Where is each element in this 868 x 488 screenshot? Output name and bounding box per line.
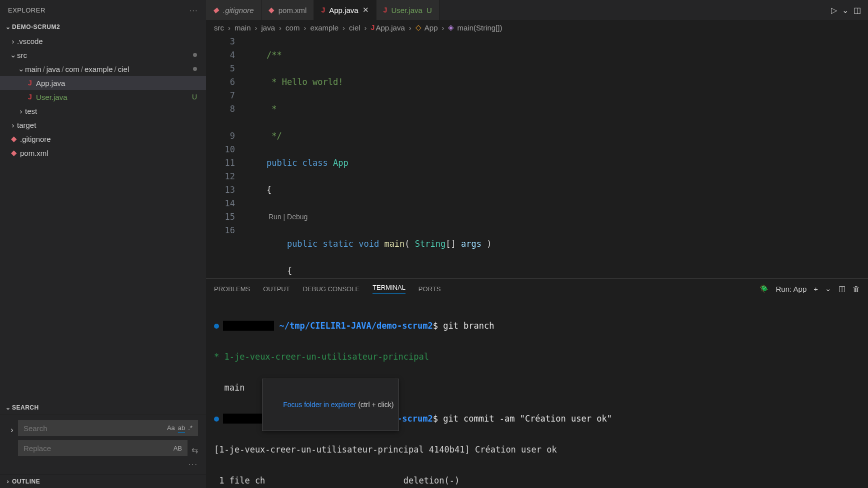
chevron-down-icon: ⌄: [4, 404, 12, 411]
split-editor-icon[interactable]: ◫: [854, 5, 861, 15]
split-terminal-icon[interactable]: ◫: [838, 284, 846, 293]
git-untracked-badge: U: [192, 93, 197, 101]
replace-input-wrap: AB: [18, 440, 188, 456]
code-editor[interactable]: 3 4 5 6 7 8 9 10 11 12 13 14 15 16 /** *…: [206, 35, 868, 278]
run-task-label[interactable]: Run: App: [776, 285, 807, 293]
git-untracked-badge: U: [426, 6, 432, 14]
project-name: DEMO-SCRUM2: [12, 23, 60, 30]
tree-file-pom[interactable]: ◆ pom.xml: [0, 146, 206, 160]
code-content[interactable]: /** * Hello world! * */ public class App…: [246, 35, 868, 278]
chevron-right-icon[interactable]: ›: [8, 426, 16, 435]
chevron-down-icon: ⌄: [17, 64, 25, 73]
close-icon[interactable]: ✕: [362, 5, 369, 14]
run-icon[interactable]: ▷: [831, 5, 837, 15]
replace-all-icon[interactable]: ⇆: [192, 446, 198, 455]
tab-app[interactable]: J App.java ✕: [314, 0, 376, 20]
gutter: 3 4 5 6 7 8 9 10 11 12 13 14 15 16: [206, 35, 246, 278]
tooltip: Focus folder in explorer (ctrl + click): [262, 379, 399, 431]
debug-icon[interactable]: 🪲: [760, 284, 769, 293]
sidebar: EXPLORER ··· ⌄ DEMO-SCRUM2 › .vscode ⌄ s…: [0, 0, 206, 488]
compact-path: main/java/com/example/ciel: [25, 65, 193, 73]
search-title: SEARCH: [12, 404, 39, 411]
main-area: ◆ .gitignore ◆ pom.xml J App.java ✕ J Us…: [206, 0, 868, 488]
codelens-run-debug[interactable]: Run | Debug: [246, 210, 868, 224]
java-file-icon: J: [25, 93, 35, 101]
panel-tab-output[interactable]: OUTPUT: [263, 285, 290, 293]
chevron-right-icon: ›: [4, 478, 12, 485]
explorer-title: EXPLORER: [8, 6, 46, 14]
chevron-down-icon: ⌄: [9, 50, 17, 59]
gitignore-file-icon: ◆: [213, 5, 219, 14]
tree-file-user[interactable]: J User.java U: [0, 90, 206, 104]
outline-section[interactable]: › OUTLINE: [0, 474, 206, 488]
tab-user[interactable]: J User.java U: [376, 0, 440, 20]
bottom-panel: PROBLEMS OUTPUT DEBUG CONSOLE TERMINAL P…: [206, 278, 868, 488]
whole-word-toggle[interactable]: ab: [178, 424, 185, 433]
panel-tabs: PROBLEMS OUTPUT DEBUG CONSOLE TERMINAL P…: [206, 279, 868, 299]
panel-tab-problems[interactable]: PROBLEMS: [214, 285, 250, 293]
tree-folder-vscode[interactable]: › .vscode: [0, 34, 206, 48]
tree-folder-main-path[interactable]: ⌄ main/java/com/example/ciel: [0, 62, 206, 76]
tree-folder-src[interactable]: ⌄ src: [0, 48, 206, 62]
terminal-dropdown-icon[interactable]: ⌄: [825, 284, 832, 293]
java-file-icon: J: [321, 6, 325, 14]
trash-icon[interactable]: 🗑: [852, 285, 860, 293]
explorer-header: EXPLORER ···: [0, 0, 206, 20]
panel-tab-terminal[interactable]: TERMINAL: [372, 284, 406, 294]
maven-file-icon: ◆: [268, 5, 274, 14]
tree-file-gitignore[interactable]: ◆ .gitignore: [0, 132, 206, 146]
java-file-icon: J: [384, 6, 388, 14]
tree-file-app[interactable]: J App.java: [0, 76, 206, 90]
search-input-wrap: Aa ab .*: [18, 420, 198, 436]
method-symbol-icon: ◈: [448, 23, 454, 32]
more-icon[interactable]: ···: [190, 6, 198, 14]
panel-tab-ports[interactable]: PORTS: [418, 285, 441, 293]
panel-actions: 🪲 Run: App + ⌄ ◫ 🗑: [760, 284, 860, 293]
run-dropdown-icon[interactable]: ⌄: [842, 5, 848, 15]
file-tree: › .vscode ⌄ src ⌄ main/java/com/example/…: [0, 34, 206, 401]
project-section[interactable]: ⌄ DEMO-SCRUM2: [0, 20, 206, 34]
java-file-icon: J: [371, 23, 375, 31]
search-more-icon[interactable]: ···: [8, 460, 198, 469]
prompt-dot-icon: [214, 324, 219, 329]
tab-actions: ▷ ⌄ ◫: [824, 0, 868, 20]
breadcrumbs[interactable]: src› main› java› com› example› ciel› J A…: [206, 20, 868, 35]
tab-gitignore[interactable]: ◆ .gitignore: [206, 0, 262, 20]
modified-dot-icon: [193, 53, 197, 57]
outline-title: OUTLINE: [12, 478, 40, 485]
tree-folder-test[interactable]: › test: [0, 104, 206, 118]
modified-dot-icon: [193, 67, 197, 71]
maven-file-icon: ◆: [9, 148, 19, 157]
tree-folder-target[interactable]: › target: [0, 118, 206, 132]
prompt-dot-icon: [214, 417, 219, 422]
java-file-icon: J: [25, 79, 35, 87]
match-case-toggle[interactable]: Aa: [167, 424, 175, 433]
search-section[interactable]: ⌄ SEARCH: [0, 401, 206, 415]
chevron-down-icon: ⌄: [4, 23, 12, 30]
tab-pom[interactable]: ◆ pom.xml: [262, 0, 314, 20]
chevron-right-icon: ›: [9, 37, 17, 45]
preserve-case-toggle[interactable]: AB: [174, 445, 182, 452]
add-terminal-icon[interactable]: +: [814, 285, 818, 293]
gitignore-file-icon: ◆: [9, 134, 19, 143]
regex-toggle[interactable]: .*: [188, 424, 192, 433]
tab-bar: ◆ .gitignore ◆ pom.xml J App.java ✕ J Us…: [206, 0, 868, 20]
search-panel: › Aa ab .* › AB ⇆ ···: [0, 415, 206, 474]
terminal[interactable]: xxxxxxxxxx ~/tmp/CIELIR1-JAVA/demo-scrum…: [206, 299, 868, 488]
chevron-right-icon: ›: [9, 121, 17, 129]
class-symbol-icon: ◇: [416, 23, 422, 32]
search-input[interactable]: [24, 424, 167, 433]
panel-tab-debug[interactable]: DEBUG CONSOLE: [303, 285, 360, 293]
chevron-right-icon: ›: [17, 107, 25, 115]
search-options: Aa ab .*: [167, 424, 192, 433]
replace-input[interactable]: [24, 444, 174, 453]
